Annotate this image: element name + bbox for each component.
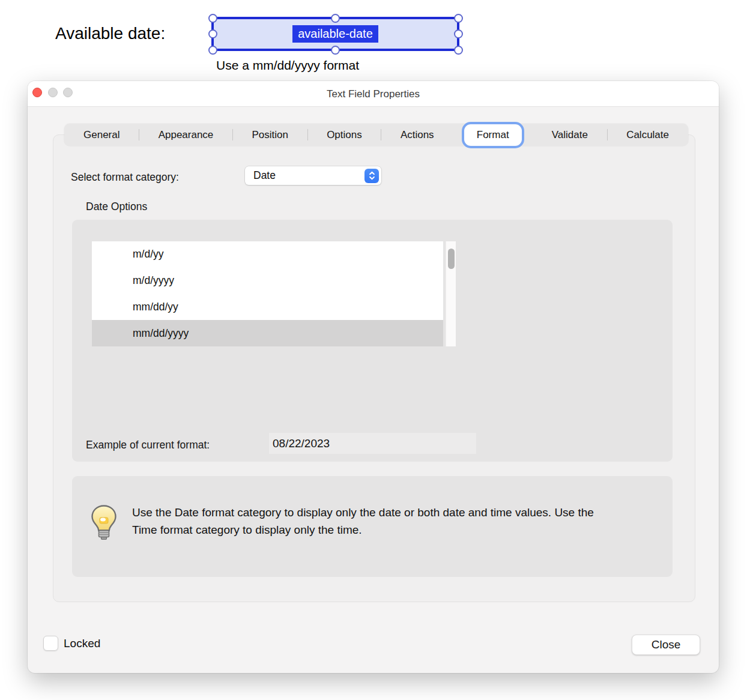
selection-handle-middle-right[interactable] bbox=[454, 29, 463, 38]
selection-handle-top-right[interactable] bbox=[454, 14, 463, 23]
tip-text: Use the Date format category to display … bbox=[132, 504, 620, 539]
tab-divider bbox=[139, 129, 139, 140]
list-item[interactable]: m/d/yy bbox=[92, 241, 443, 268]
list-item[interactable]: m/d/yyyy bbox=[92, 268, 443, 294]
list-item-selected[interactable]: mm/dd/yyyy bbox=[92, 320, 443, 346]
format-category-value: Date bbox=[245, 169, 364, 182]
tab-format[interactable]: Format bbox=[464, 124, 522, 146]
screen: Available date: available-date Use a mm/… bbox=[0, 0, 747, 700]
tab-position[interactable]: Position bbox=[243, 125, 296, 145]
minimize-window-icon[interactable] bbox=[48, 88, 58, 97]
format-category-label: Select format category: bbox=[71, 171, 179, 184]
date-options-group: m/d/yy m/d/yyyy mm/dd/yy mm/dd/yyyy Exam… bbox=[72, 220, 673, 462]
form-field-label: Available date: bbox=[55, 24, 165, 43]
scrollbar-thumb[interactable] bbox=[448, 249, 455, 269]
list-scrollbar[interactable] bbox=[446, 241, 456, 346]
selection-handle-bottom-middle[interactable] bbox=[331, 46, 340, 55]
tip-box: Use the Date format category to display … bbox=[72, 476, 673, 577]
tab-bar: General Appearance Position Options Acti… bbox=[64, 124, 688, 146]
close-button[interactable]: Close bbox=[632, 635, 700, 655]
example-format-value: 08/22/2023 bbox=[269, 433, 476, 454]
example-format-label: Example of current format: bbox=[86, 439, 210, 451]
tab-calculate[interactable]: Calculate bbox=[618, 125, 677, 145]
form-field-hint: Use a mm/dd/yyyy format bbox=[216, 58, 359, 73]
chevron-up-down-icon bbox=[364, 169, 379, 183]
date-format-list: m/d/yy m/d/yyyy mm/dd/yy mm/dd/yyyy bbox=[92, 241, 443, 346]
tab-general[interactable]: General bbox=[75, 125, 128, 145]
tab-divider bbox=[381, 129, 381, 140]
tab-divider bbox=[307, 129, 308, 140]
text-field-properties-window: Text Field Properties General Appearance… bbox=[28, 81, 719, 673]
selection-handle-bottom-right[interactable] bbox=[454, 46, 463, 55]
window-titlebar[interactable]: Text Field Properties bbox=[28, 81, 719, 107]
selection-handle-top-left[interactable] bbox=[208, 14, 217, 23]
lightbulb-icon bbox=[90, 504, 118, 543]
format-category-select[interactable]: Date bbox=[245, 166, 381, 185]
tab-divider bbox=[607, 129, 608, 140]
selection-handle-bottom-left[interactable] bbox=[208, 46, 217, 55]
close-window-icon[interactable] bbox=[32, 88, 42, 97]
tab-validate[interactable]: Validate bbox=[543, 125, 596, 145]
list-item[interactable]: mm/dd/yy bbox=[92, 294, 443, 321]
tab-actions[interactable]: Actions bbox=[392, 125, 443, 145]
tab-options[interactable]: Options bbox=[318, 125, 370, 145]
date-options-label: Date Options bbox=[86, 201, 147, 213]
field-name-highlight: available-date bbox=[292, 25, 378, 43]
zoom-window-icon[interactable] bbox=[63, 88, 73, 97]
tab-divider bbox=[232, 129, 233, 140]
tab-appearance[interactable]: Appearance bbox=[150, 125, 222, 145]
selection-handle-middle-left[interactable] bbox=[208, 29, 217, 38]
pdf-text-field[interactable]: available-date bbox=[211, 17, 459, 51]
selection-handle-top-middle[interactable] bbox=[331, 14, 340, 23]
locked-checkbox[interactable] bbox=[43, 636, 58, 651]
locked-label: Locked bbox=[64, 637, 100, 650]
window-title: Text Field Properties bbox=[28, 81, 719, 107]
